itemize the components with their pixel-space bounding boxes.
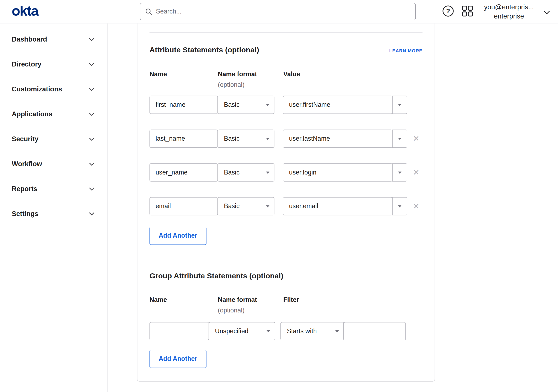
chevron-down-icon	[89, 38, 94, 41]
user-org: enterprise	[480, 12, 537, 21]
attribute-name-input[interactable]	[149, 130, 218, 148]
attribute-row: Basic ✕	[149, 130, 423, 148]
attribute-value-input[interactable]	[283, 130, 393, 148]
apps-grid-icon[interactable]	[461, 5, 474, 17]
name-format-select[interactable]: Basic	[218, 130, 274, 148]
column-name-format-note: (optional)	[218, 81, 283, 89]
chevron-down-icon	[89, 63, 94, 66]
attribute-value-input[interactable]	[283, 96, 393, 114]
value-dropdown-button[interactable]	[392, 130, 407, 148]
sidebar-item-label: Settings	[12, 210, 38, 218]
column-name: Name	[149, 296, 218, 314]
column-filter: Filter	[283, 296, 299, 314]
column-value: Value	[283, 70, 300, 88]
dropdown-arrow-icon	[266, 171, 270, 174]
dropdown-arrow-icon	[266, 205, 270, 207]
main-content: Attribute Statements (optional) LEARN MO…	[108, 24, 558, 392]
chevron-down-icon	[89, 212, 94, 215]
name-format-value: Basic	[224, 169, 240, 176]
attribute-value-input[interactable]	[283, 163, 393, 181]
sidebar-item-settings[interactable]: Settings	[0, 201, 107, 226]
attribute-value-input[interactable]	[283, 197, 393, 215]
search-box[interactable]	[140, 3, 416, 20]
attribute-statements-header: Attribute Statements (optional) LEARN MO…	[149, 45, 423, 54]
dropdown-arrow-icon	[398, 138, 401, 139]
name-format-value: Basic	[224, 101, 240, 109]
chevron-down-icon	[89, 187, 94, 191]
dropdown-arrow-icon	[398, 171, 401, 174]
name-format-select[interactable]: Basic	[218, 96, 274, 114]
filter-type-select[interactable]: Starts with	[280, 322, 344, 340]
value-dropdown-button[interactable]	[392, 197, 407, 215]
attribute-statements-title: Attribute Statements (optional)	[149, 45, 259, 54]
user-menu-chevron-down-icon[interactable]	[544, 9, 550, 16]
add-another-group-button[interactable]: Add Another	[149, 350, 207, 368]
group-attribute-columns-header: Name Name format (optional) Filter	[149, 296, 423, 314]
user-menu[interactable]: you@enterpris... enterprise	[480, 2, 537, 21]
column-name-format: Name format (optional)	[218, 70, 283, 88]
chevron-down-icon	[89, 88, 94, 91]
learn-more-link[interactable]: LEARN MORE	[389, 48, 423, 53]
name-format-value: Basic	[224, 202, 240, 210]
column-name-format: Name format (optional)	[218, 296, 283, 314]
chevron-down-icon	[89, 138, 94, 141]
attribute-name-input[interactable]	[149, 197, 218, 215]
sidebar-item-label: Reports	[12, 185, 37, 193]
value-dropdown-button[interactable]	[392, 163, 407, 181]
svg-text:?: ?	[446, 8, 450, 15]
sidebar-item-directory[interactable]: Directory	[0, 52, 107, 77]
group-attribute-name-input[interactable]	[149, 322, 209, 340]
name-format-value: Basic	[224, 135, 240, 142]
okta-admin-console: okta ? you@enterpris... enter	[0, 0, 558, 392]
help-icon[interactable]: ?	[442, 5, 454, 17]
filter-type-value: Starts with	[287, 327, 317, 335]
group-name-format-select[interactable]: Unspecified	[209, 322, 275, 340]
section-divider	[149, 32, 423, 33]
sidebar-item-workflow[interactable]: Workflow	[0, 152, 107, 177]
name-format-select[interactable]: Basic	[218, 163, 274, 181]
name-format-select[interactable]: Basic	[218, 197, 274, 215]
attribute-name-input[interactable]	[149, 163, 218, 181]
dropdown-arrow-icon	[398, 104, 401, 106]
sidebar-item-customizations[interactable]: Customizations	[0, 77, 107, 102]
dropdown-arrow-icon	[266, 138, 270, 139]
remove-row-icon[interactable]: ✕	[413, 135, 419, 142]
search-icon	[145, 8, 152, 15]
sidebar-item-label: Directory	[12, 61, 42, 68]
chevron-down-icon	[89, 162, 94, 166]
dropdown-arrow-icon	[267, 330, 270, 332]
group-name-format-value: Unspecified	[215, 327, 248, 335]
sidebar-item-security[interactable]: Security	[0, 127, 107, 152]
filter-value-input[interactable]	[343, 322, 406, 340]
sidebar-item-label: Applications	[12, 110, 52, 118]
sidebar-item-label: Dashboard	[12, 35, 47, 44]
sidebar-nav: Dashboard Directory Customizations Appli…	[0, 24, 107, 392]
saml-settings-card: Attribute Statements (optional) LEARN MO…	[137, 24, 435, 382]
user-email: you@enterpris...	[480, 2, 537, 12]
top-bar: okta ? you@enterpris... enter	[0, 0, 558, 24]
column-name-format-note: (optional)	[218, 307, 283, 314]
attribute-name-input[interactable]	[149, 96, 218, 114]
okta-logo[interactable]: okta	[12, 4, 38, 18]
sidebar-item-dashboard[interactable]: Dashboard	[0, 27, 107, 52]
attribute-row: Basic ✕	[149, 163, 423, 181]
add-another-button[interactable]: Add Another	[149, 227, 207, 245]
value-dropdown-button[interactable]	[392, 96, 407, 114]
sidebar-item-label: Workflow	[12, 160, 42, 168]
sidebar-item-label: Security	[12, 135, 38, 143]
remove-row-icon[interactable]: ✕	[413, 202, 419, 210]
help-circle-icon: ?	[442, 5, 454, 17]
attribute-columns-header: Name Name format (optional) Value	[149, 70, 423, 88]
attribute-row: Basic ✕	[149, 197, 423, 215]
section-divider	[149, 250, 423, 250]
remove-row-icon[interactable]: ✕	[413, 168, 419, 176]
attribute-row: Basic	[149, 96, 423, 114]
sidebar-item-applications[interactable]: Applications	[0, 102, 107, 127]
sidebar-item-reports[interactable]: Reports	[0, 177, 107, 201]
sidebar-item-label: Customizations	[12, 85, 62, 93]
search-input[interactable]	[156, 3, 415, 20]
column-name: Name	[149, 70, 218, 88]
dropdown-arrow-icon	[335, 330, 339, 332]
dropdown-arrow-icon	[266, 104, 270, 106]
dropdown-arrow-icon	[398, 205, 401, 207]
